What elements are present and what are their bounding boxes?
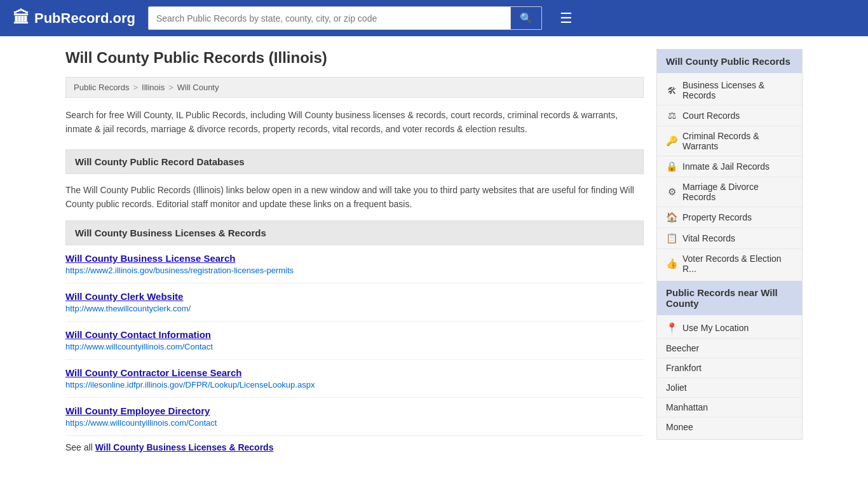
ring-icon: ⚙ (666, 186, 677, 198)
house-icon: 🏠 (666, 212, 677, 223)
nearby-item-label: Frankfort (666, 363, 702, 373)
link-title-5[interactable]: Will County Employee Directory (65, 405, 644, 416)
link-url-2[interactable]: http://www.thewillcountyclerk.com/ (65, 304, 644, 313)
databases-info-text: The Will County Public Records (Illinois… (65, 174, 644, 220)
business-links-section: Will County Business License Search http… (65, 245, 644, 459)
business-section-header: Will County Business Licenses & Records (65, 220, 644, 245)
sidebar-nearby-items: 📍 Use My Location Beecher Frankfort Joli… (657, 315, 802, 439)
breadcrumb-will-county: Will County (177, 83, 219, 92)
sidebar-item-vital-records[interactable]: 📋 Vital Records (657, 228, 802, 249)
lock-icon: 🔒 (666, 161, 677, 172)
sidebar-item-marriage-records[interactable]: ⚙ Marriage & Divorce Records (657, 177, 802, 207)
sidebar-item-inmate-records[interactable]: 🔒 Inmate & Jail Records (657, 156, 802, 177)
link-url-3[interactable]: http://www.willcountyillinois.com/Contac… (65, 342, 644, 351)
sidebar-records-items: 🛠 Business Licenses & Records ⚖ Court Re… (657, 73, 802, 281)
breadcrumb-sep-2: > (168, 83, 173, 92)
key-icon: 🔑 (666, 135, 677, 147)
sidebar-records-title: Will County Public Records (657, 50, 802, 73)
sidebar-item-manhattan[interactable]: Manhattan (657, 398, 802, 417)
sidebar-item-criminal-records[interactable]: 🔑 Criminal Records & Warrants (657, 126, 802, 156)
list-item: Will County Employee Directory https://w… (65, 398, 644, 436)
link-url-5[interactable]: https://www.willcountyillinois.com/Conta… (65, 418, 644, 428)
databases-section-header: Will County Public Record Databases (65, 149, 644, 174)
list-item: Will County Contractor License Search ht… (65, 360, 644, 398)
sidebar-item-label: Criminal Records & Warrants (682, 131, 793, 151)
sidebar-item-monee[interactable]: Monee (657, 417, 802, 437)
link-title-3[interactable]: Will County Contact Information (65, 329, 644, 340)
sidebar-item-beecher[interactable]: Beecher (657, 339, 802, 358)
thumbsup-icon: 👍 (666, 258, 677, 269)
location-pin-icon: 📍 (666, 322, 677, 334)
sidebar-nearby-title: Public Records near Will County (657, 281, 802, 315)
list-item: Will County Contact Information http://w… (65, 322, 644, 360)
sidebar-item-label: Business Licenses & Records (682, 80, 793, 100)
list-item: Will County Business License Search http… (65, 245, 644, 283)
page-container: Will County Public Records (Illinois) Pu… (53, 36, 815, 471)
logo-icon: 🏛 (13, 8, 29, 28)
link-title-2[interactable]: Will County Clerk Website (65, 291, 644, 302)
sidebar-item-label: Voter Records & Election R... (682, 254, 793, 274)
hamburger-icon: ☰ (560, 10, 573, 26)
logo-text: PubRecord.org (34, 10, 135, 27)
page-title: Will County Public Records (Illinois) (65, 49, 644, 67)
link-title-4[interactable]: Will County Contractor License Search (65, 367, 644, 378)
search-bar: 🔍 (148, 6, 542, 30)
see-all-prefix: See all (65, 442, 95, 452)
breadcrumb-illinois[interactable]: Illinois (142, 83, 165, 92)
nearby-item-label: Manhattan (666, 402, 708, 412)
sidebar-records-box: Will County Public Records 🛠 Business Li… (656, 49, 803, 440)
main-content: Will County Public Records (Illinois) Pu… (65, 49, 644, 459)
sidebar-item-court-records[interactable]: ⚖ Court Records (657, 105, 802, 126)
page-description: Search for free Will County, IL Public R… (65, 108, 644, 137)
sidebar: Will County Public Records 🛠 Business Li… (656, 49, 803, 459)
link-title-1[interactable]: Will County Business License Search (65, 253, 644, 264)
briefcase-icon: 🛠 (666, 85, 677, 96)
sidebar-item-frankfort[interactable]: Frankfort (657, 358, 802, 378)
site-header: 🏛 PubRecord.org 🔍 ☰ (0, 0, 868, 36)
sidebar-item-business-licenses[interactable]: 🛠 Business Licenses & Records (657, 76, 802, 105)
nearby-item-label: Use My Location (682, 323, 749, 333)
sidebar-item-property-records[interactable]: 🏠 Property Records (657, 207, 802, 228)
list-item: Will County Clerk Website http://www.the… (65, 283, 644, 322)
sidebar-item-label: Property Records (682, 212, 752, 222)
search-button[interactable]: 🔍 (510, 7, 541, 29)
search-icon: 🔍 (520, 13, 532, 24)
search-input[interactable] (149, 7, 510, 29)
nearby-item-label: Joliet (666, 383, 687, 393)
breadcrumb-public-records[interactable]: Public Records (74, 83, 129, 92)
link-url-1[interactable]: https://www2.illinois.gov/business/regis… (65, 266, 644, 275)
breadcrumb: Public Records > Illinois > Will County (65, 77, 644, 98)
menu-button[interactable]: ☰ (555, 9, 578, 28)
site-logo[interactable]: 🏛 PubRecord.org (13, 8, 135, 28)
nearby-item-label: Beecher (666, 343, 699, 353)
link-url-4[interactable]: https://ilesonline.idfpr.illinois.gov/DF… (65, 380, 644, 390)
sidebar-item-use-my-location[interactable]: 📍 Use My Location (657, 318, 802, 339)
breadcrumb-sep-1: > (133, 83, 138, 92)
see-all-link[interactable]: Will County Business Licenses & Records (95, 442, 274, 452)
scales-icon: ⚖ (666, 110, 677, 121)
clipboard-icon: 📋 (666, 233, 677, 244)
sidebar-item-label: Vital Records (682, 233, 735, 243)
see-all-section: See all Will County Business Licenses & … (65, 436, 644, 459)
sidebar-item-label: Court Records (682, 111, 740, 121)
sidebar-item-label: Marriage & Divorce Records (682, 182, 793, 202)
sidebar-item-label: Inmate & Jail Records (682, 161, 770, 172)
nearby-item-label: Monee (666, 422, 693, 432)
sidebar-item-voter-records[interactable]: 👍 Voter Records & Election R... (657, 249, 802, 278)
sidebar-item-joliet[interactable]: Joliet (657, 378, 802, 398)
